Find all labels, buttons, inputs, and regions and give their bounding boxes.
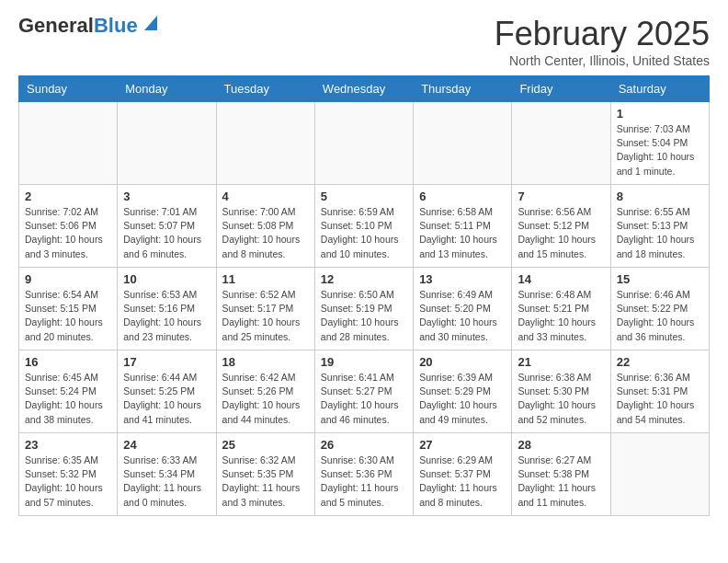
day-number: 22: [617, 355, 703, 369]
calendar-cell: [216, 102, 314, 185]
day-number: 8: [617, 190, 703, 203]
svg-marker-0: [144, 16, 157, 30]
cell-info: Sunrise: 7:00 AMSunset: 5:08 PMDaylight:…: [222, 205, 309, 261]
calendar-cell: 2Sunrise: 7:02 AMSunset: 5:06 PMDaylight…: [19, 185, 118, 268]
day-number: 11: [222, 272, 309, 286]
cell-info: Sunrise: 6:52 AMSunset: 5:17 PMDaylight:…: [222, 288, 309, 344]
day-number: 4: [222, 190, 309, 203]
calendar-cell: 22Sunrise: 6:36 AMSunset: 5:31 PMDayligh…: [610, 350, 709, 433]
cell-info: Sunrise: 6:38 AMSunset: 5:30 PMDaylight:…: [518, 371, 604, 427]
day-number: 28: [518, 438, 604, 452]
header-right: February 2025 North Center, Illinois, Un…: [495, 15, 710, 68]
calendar-cell: [610, 433, 709, 516]
cell-info: Sunrise: 7:03 AMSunset: 5:04 PMDaylight:…: [617, 122, 703, 178]
cell-info: Sunrise: 6:27 AMSunset: 5:38 PMDaylight:…: [518, 454, 604, 510]
day-number: 6: [419, 190, 506, 203]
cell-info: Sunrise: 6:48 AMSunset: 5:21 PMDaylight:…: [518, 288, 604, 344]
calendar-cell: 18Sunrise: 6:42 AMSunset: 5:26 PMDayligh…: [216, 350, 314, 433]
cell-info: Sunrise: 6:46 AMSunset: 5:22 PMDaylight:…: [617, 288, 703, 344]
day-number: 25: [222, 438, 309, 452]
cell-info: Sunrise: 6:39 AMSunset: 5:29 PMDaylight:…: [419, 371, 506, 427]
calendar-cell: 10Sunrise: 6:53 AMSunset: 5:16 PMDayligh…: [118, 268, 216, 350]
week-row-0: 1Sunrise: 7:03 AMSunset: 5:04 PMDaylight…: [19, 102, 710, 185]
cell-info: Sunrise: 6:56 AMSunset: 5:12 PMDaylight:…: [518, 205, 604, 261]
cell-info: Sunrise: 6:59 AMSunset: 5:10 PMDaylight:…: [321, 205, 407, 261]
header: GeneralBlue February 2025 North Center, …: [18, 15, 710, 68]
calendar-cell: 14Sunrise: 6:48 AMSunset: 5:21 PMDayligh…: [512, 268, 610, 350]
day-number: 21: [518, 355, 604, 369]
cell-info: Sunrise: 6:36 AMSunset: 5:31 PMDaylight:…: [617, 371, 703, 427]
cell-info: Sunrise: 6:42 AMSunset: 5:26 PMDaylight:…: [222, 371, 309, 427]
cell-info: Sunrise: 7:02 AMSunset: 5:06 PMDaylight:…: [25, 205, 111, 261]
calendar-cell: 9Sunrise: 6:54 AMSunset: 5:15 PMDaylight…: [19, 268, 118, 350]
weekday-header-wednesday: Wednesday: [314, 76, 413, 102]
day-number: 2: [25, 190, 111, 203]
calendar-cell: 17Sunrise: 6:44 AMSunset: 5:25 PMDayligh…: [118, 350, 216, 433]
logo-blue: Blue: [94, 14, 138, 37]
cell-info: Sunrise: 6:44 AMSunset: 5:25 PMDaylight:…: [123, 371, 210, 427]
day-number: 14: [518, 272, 604, 286]
calendar-cell: [512, 102, 610, 185]
logo-triangle-icon: [141, 12, 161, 32]
cell-info: Sunrise: 6:50 AMSunset: 5:19 PMDaylight:…: [321, 288, 407, 344]
weekday-header-friday: Friday: [512, 76, 610, 102]
cell-info: Sunrise: 6:41 AMSunset: 5:27 PMDaylight:…: [321, 371, 407, 427]
day-number: 23: [25, 438, 111, 452]
calendar-cell: 7Sunrise: 6:56 AMSunset: 5:12 PMDaylight…: [512, 185, 610, 268]
month-title: February 2025: [495, 15, 710, 53]
week-row-4: 23Sunrise: 6:35 AMSunset: 5:32 PMDayligh…: [19, 433, 710, 516]
day-number: 24: [123, 438, 210, 452]
weekday-header-thursday: Thursday: [414, 76, 512, 102]
weekday-header-saturday: Saturday: [610, 76, 709, 102]
day-number: 7: [518, 190, 604, 203]
calendar-cell: 28Sunrise: 6:27 AMSunset: 5:38 PMDayligh…: [512, 433, 610, 516]
weekday-header-tuesday: Tuesday: [216, 76, 314, 102]
cell-info: Sunrise: 6:29 AMSunset: 5:37 PMDaylight:…: [419, 454, 506, 510]
cell-info: Sunrise: 6:45 AMSunset: 5:24 PMDaylight:…: [25, 371, 111, 427]
calendar-cell: 11Sunrise: 6:52 AMSunset: 5:17 PMDayligh…: [216, 268, 314, 350]
calendar-cell: 12Sunrise: 6:50 AMSunset: 5:19 PMDayligh…: [314, 268, 413, 350]
day-number: 19: [321, 355, 407, 369]
calendar-cell: 23Sunrise: 6:35 AMSunset: 5:32 PMDayligh…: [19, 433, 118, 516]
day-number: 27: [419, 438, 506, 452]
cell-info: Sunrise: 6:35 AMSunset: 5:32 PMDaylight:…: [25, 454, 111, 510]
calendar-cell: 1Sunrise: 7:03 AMSunset: 5:04 PMDaylight…: [610, 102, 709, 185]
day-number: 1: [617, 107, 703, 121]
day-number: 13: [419, 272, 506, 286]
logo-general: General: [18, 14, 94, 37]
day-number: 10: [123, 272, 210, 286]
day-number: 17: [123, 355, 210, 369]
calendar-cell: 25Sunrise: 6:32 AMSunset: 5:35 PMDayligh…: [216, 433, 314, 516]
calendar-cell: 21Sunrise: 6:38 AMSunset: 5:30 PMDayligh…: [512, 350, 610, 433]
cell-info: Sunrise: 6:58 AMSunset: 5:11 PMDaylight:…: [419, 205, 506, 261]
week-row-1: 2Sunrise: 7:02 AMSunset: 5:06 PMDaylight…: [19, 185, 710, 268]
cell-info: Sunrise: 7:01 AMSunset: 5:07 PMDaylight:…: [123, 205, 210, 261]
calendar-cell: 24Sunrise: 6:33 AMSunset: 5:34 PMDayligh…: [118, 433, 216, 516]
calendar-cell: 16Sunrise: 6:45 AMSunset: 5:24 PMDayligh…: [19, 350, 118, 433]
day-number: 20: [419, 355, 506, 369]
day-number: 18: [222, 355, 309, 369]
cell-info: Sunrise: 6:53 AMSunset: 5:16 PMDaylight:…: [123, 288, 210, 344]
calendar-cell: [118, 102, 216, 185]
cell-info: Sunrise: 6:32 AMSunset: 5:35 PMDaylight:…: [222, 454, 309, 510]
calendar-cell: 20Sunrise: 6:39 AMSunset: 5:29 PMDayligh…: [414, 350, 512, 433]
calendar-cell: [414, 102, 512, 185]
cell-info: Sunrise: 6:49 AMSunset: 5:20 PMDaylight:…: [419, 288, 506, 344]
day-number: 16: [25, 355, 111, 369]
week-row-2: 9Sunrise: 6:54 AMSunset: 5:15 PMDaylight…: [19, 268, 710, 350]
day-number: 26: [321, 438, 407, 452]
cell-info: Sunrise: 6:55 AMSunset: 5:13 PMDaylight:…: [617, 205, 703, 261]
weekday-header-row: SundayMondayTuesdayWednesdayThursdayFrid…: [19, 76, 710, 102]
calendar-cell: 6Sunrise: 6:58 AMSunset: 5:11 PMDaylight…: [414, 185, 512, 268]
calendar-cell: 3Sunrise: 7:01 AMSunset: 5:07 PMDaylight…: [118, 185, 216, 268]
calendar-cell: 13Sunrise: 6:49 AMSunset: 5:20 PMDayligh…: [414, 268, 512, 350]
calendar-cell: 15Sunrise: 6:46 AMSunset: 5:22 PMDayligh…: [610, 268, 709, 350]
cell-info: Sunrise: 6:33 AMSunset: 5:34 PMDaylight:…: [123, 454, 210, 510]
calendar-cell: 19Sunrise: 6:41 AMSunset: 5:27 PMDayligh…: [314, 350, 413, 433]
cell-info: Sunrise: 6:30 AMSunset: 5:36 PMDaylight:…: [321, 454, 407, 510]
cell-info: Sunrise: 6:54 AMSunset: 5:15 PMDaylight:…: [25, 288, 111, 344]
calendar-cell: [314, 102, 413, 185]
calendar-cell: [19, 102, 118, 185]
calendar-cell: 26Sunrise: 6:30 AMSunset: 5:36 PMDayligh…: [314, 433, 413, 516]
weekday-header-sunday: Sunday: [19, 76, 118, 102]
